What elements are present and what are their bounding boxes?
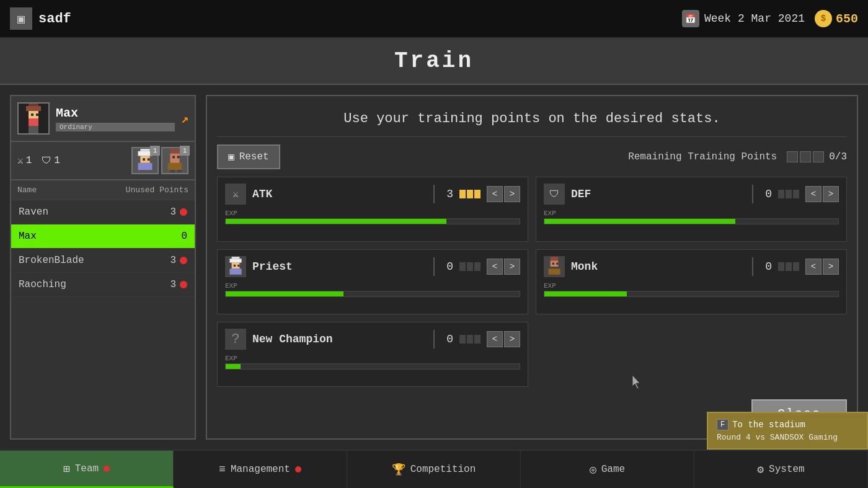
pip	[459, 190, 466, 198]
tp-box-2	[800, 151, 811, 162]
monk-exp-label: EXP	[544, 282, 839, 290]
nav-item-system[interactable]: ⚙ System	[694, 451, 868, 488]
coins-display: $ 650	[815, 10, 858, 27]
monk-decrease-button[interactable]: <	[805, 259, 822, 275]
priest-increase-button[interactable]: >	[504, 259, 520, 275]
training-points-display: 0/3	[787, 151, 847, 162]
svg-rect-12	[148, 158, 150, 161]
team-notification-dot	[104, 466, 110, 472]
reset-button[interactable]: ▣ Reset	[217, 144, 280, 169]
modal-body: Max Ordinary ↗ ⚔ 1 🛡 1	[0, 85, 868, 450]
modal-title: Train	[0, 38, 868, 85]
svg-rect-16	[170, 149, 179, 154]
stat-card-new-champion: ? New Champion 0 < >	[217, 322, 528, 387]
portrait-monk[interactable]: 1	[161, 147, 188, 174]
defense-value: 1	[54, 155, 60, 166]
top-bar: ▣ sadf 📅 Week 2 Mar 2021 $ 650	[0, 0, 868, 38]
pip-empty	[778, 262, 784, 271]
roster-col-points: Unused Points	[126, 185, 188, 195]
roster-points-raven: 3	[170, 206, 187, 218]
expand-arrow-icon[interactable]: ↗	[181, 111, 188, 126]
stat-priest-header: Priest 0 < >	[225, 256, 520, 277]
roster-name-max: Max	[19, 231, 37, 242]
date-display: 📅 Week 2 Mar 2021	[682, 10, 805, 27]
roster-points-brokenblade: 3	[170, 255, 187, 266]
game-title: sadf	[38, 11, 71, 27]
def-increase-button[interactable]: >	[823, 186, 839, 202]
svg-rect-22	[170, 170, 175, 172]
champion-exp-label: EXP	[225, 355, 520, 362]
coins-value: 650	[836, 12, 858, 26]
priest-icon	[225, 256, 246, 277]
priest-exp-label: EXP	[225, 282, 520, 290]
left-panel: Max Ordinary ↗ ⚔ 1 🛡 1	[10, 95, 196, 440]
stat-monk-header: Monk 0 < >	[544, 256, 839, 277]
svg-rect-23	[177, 170, 182, 172]
management-notification-dot	[295, 466, 301, 472]
svg-rect-4	[36, 113, 38, 116]
stadium-key: F	[717, 419, 728, 430]
def-controls: < >	[805, 186, 839, 202]
svg-rect-30	[551, 257, 559, 260]
roster-item-raven[interactable]: Raven 3	[11, 200, 195, 224]
stadium-title-text: To the stadium	[732, 420, 805, 430]
portrait-badge: 1	[150, 146, 160, 156]
monk-name: Monk	[571, 260, 746, 273]
stat-def-header: 🛡 DEF 0 < >	[544, 184, 839, 205]
def-decrease-button[interactable]: <	[805, 186, 822, 202]
svg-rect-7	[33, 126, 38, 133]
monk-pips	[778, 262, 799, 271]
monk-value: 0	[760, 260, 772, 273]
svg-rect-15	[148, 170, 153, 172]
svg-rect-20	[170, 161, 179, 163]
svg-rect-13	[138, 163, 153, 170]
roster-list[interactable]: Raven 3 Max 0 BrokenBlade 3	[11, 200, 195, 438]
atk-exp-label: EXP	[225, 210, 520, 217]
portrait-badge-2: 1	[180, 146, 190, 156]
champion-exp-bar	[225, 363, 520, 370]
nav-item-management[interactable]: ≡ Management	[174, 451, 347, 488]
roster-item-max[interactable]: Max 0	[11, 224, 195, 249]
portrait-priest[interactable]: 1	[131, 147, 159, 174]
top-bar-right: 📅 Week 2 Mar 2021 $ 650	[682, 10, 858, 27]
stadium-notification[interactable]: F To the stadium Round 4 vs SANDSOX Gami…	[707, 412, 868, 450]
champion-exp-fill	[226, 364, 241, 369]
stat-card-def: 🛡 DEF 0 < > EXP	[536, 177, 847, 242]
shield-icon: 🛡	[42, 155, 51, 167]
champion-decrease-button[interactable]: <	[487, 331, 503, 347]
svg-rect-1	[26, 106, 41, 111]
system-icon: ⚙	[757, 463, 764, 476]
pip-empty	[793, 262, 799, 271]
nav-item-game[interactable]: ◎ Game	[521, 451, 694, 488]
character-sprite	[21, 104, 46, 133]
roster-item-brokenblade[interactable]: BrokenBlade 3	[11, 249, 195, 273]
nav-item-team[interactable]: ⊞ Team	[0, 451, 174, 488]
nav-label-system: System	[769, 464, 805, 475]
svg-rect-32	[552, 263, 554, 265]
svg-rect-8	[140, 149, 149, 151]
pip-empty	[793, 190, 799, 198]
svg-rect-25	[229, 259, 241, 262]
roster-item-raoching[interactable]: Raoching 3	[11, 273, 195, 297]
atk-increase-button[interactable]: >	[504, 186, 520, 202]
notification-dot	[180, 281, 187, 288]
atk-name: ATK	[252, 188, 427, 200]
monk-increase-button[interactable]: >	[823, 259, 839, 275]
nav-item-competition[interactable]: 🏆 Competition	[347, 451, 521, 488]
priest-decrease-button[interactable]: <	[487, 259, 503, 275]
tp-box-3	[813, 151, 824, 162]
atk-decrease-button[interactable]: <	[487, 186, 503, 202]
roster-points-raoching: 3	[170, 279, 187, 290]
stat-divider	[433, 185, 435, 203]
svg-rect-27	[234, 265, 236, 267]
modal-background: Train	[0, 38, 868, 450]
game-icon: ▣	[10, 7, 32, 30]
priest-value: 0	[441, 260, 453, 273]
stats-grid: ⚔ ATK 3 < > EXP	[217, 177, 847, 387]
character-portraits: 1 1	[131, 147, 188, 174]
champion-controls: < >	[487, 331, 520, 347]
champion-increase-button[interactable]: >	[504, 331, 520, 347]
priest-card-sprite	[227, 257, 244, 277]
pip-empty	[786, 190, 792, 198]
champion-icon: ?	[225, 329, 246, 350]
